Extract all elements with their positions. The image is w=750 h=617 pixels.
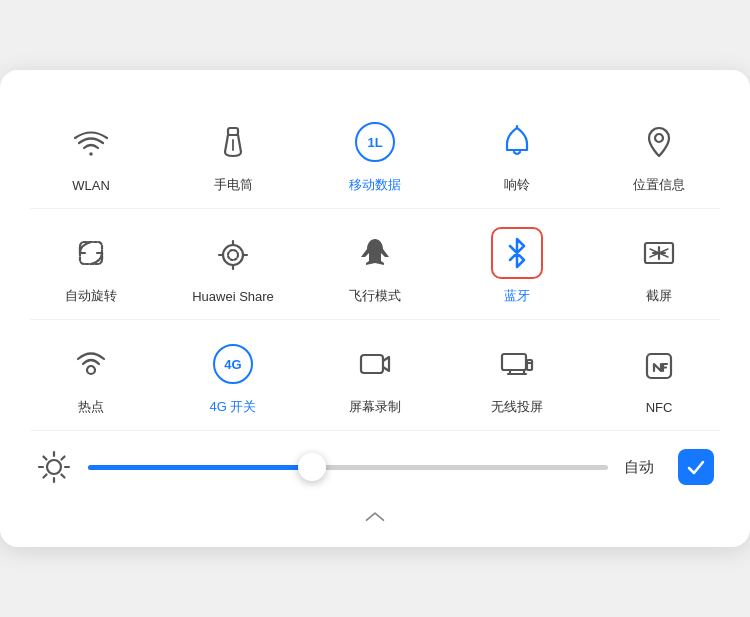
svg-rect-22 bbox=[527, 360, 532, 370]
airplane-label: 飞行模式 bbox=[349, 287, 401, 305]
wlan-label: WLAN bbox=[72, 178, 110, 193]
location-label: 位置信息 bbox=[633, 176, 685, 194]
svg-rect-24 bbox=[647, 354, 671, 378]
tile-flashlight[interactable]: 手电筒 bbox=[162, 98, 304, 208]
wireless-cast-icon bbox=[491, 338, 543, 390]
4g-label: 4G 开关 bbox=[210, 398, 257, 416]
bluetooth-icon bbox=[491, 227, 543, 279]
svg-rect-19 bbox=[502, 354, 526, 370]
tile-airplane[interactable]: 飞行模式 bbox=[304, 209, 446, 319]
tile-huawei-share[interactable]: Huawei Share bbox=[162, 209, 304, 319]
svg-point-6 bbox=[223, 245, 243, 265]
4g-circle: 4G bbox=[213, 344, 253, 384]
screenshot-label: 截屏 bbox=[646, 287, 672, 305]
svg-point-7 bbox=[228, 250, 238, 260]
auto-rotate-icon bbox=[65, 227, 117, 279]
svg-point-17 bbox=[87, 366, 95, 374]
huawei-share-icon bbox=[207, 229, 259, 281]
tile-wireless-cast[interactable]: 无线投屏 bbox=[446, 320, 588, 430]
nfc-icon bbox=[633, 340, 685, 392]
tile-nfc[interactable]: NFC bbox=[588, 320, 730, 430]
screen-record-icon bbox=[349, 338, 401, 390]
row-1: WLAN 手电筒 1L 移动数据 bbox=[20, 98, 730, 208]
flashlight-icon bbox=[207, 116, 259, 168]
quick-settings-panel: WLAN 手电筒 1L 移动数据 bbox=[0, 70, 750, 547]
collapse-chevron[interactable] bbox=[20, 499, 730, 529]
svg-line-33 bbox=[44, 457, 47, 460]
svg-rect-18 bbox=[361, 355, 383, 373]
tile-location[interactable]: 位置信息 bbox=[588, 98, 730, 208]
tile-mobile-data[interactable]: 1L 移动数据 bbox=[304, 98, 446, 208]
tile-4g[interactable]: 4G 4G 开关 bbox=[162, 320, 304, 430]
auto-label: 自动 bbox=[624, 458, 654, 477]
screenshot-icon bbox=[633, 227, 685, 279]
svg-point-28 bbox=[47, 460, 61, 474]
flashlight-label: 手电筒 bbox=[214, 176, 253, 194]
hotspot-label: 热点 bbox=[78, 398, 104, 416]
mobile-data-label: 移动数据 bbox=[349, 176, 401, 194]
row-3: 热点 4G 4G 开关 屏幕录制 bbox=[20, 320, 730, 430]
nfc-label: NFC bbox=[646, 400, 673, 415]
mobile-data-circle: 1L bbox=[355, 122, 395, 162]
4g-icon: 4G bbox=[207, 338, 259, 390]
tile-screen-record[interactable]: 屏幕录制 bbox=[304, 320, 446, 430]
brightness-slider[interactable] bbox=[88, 449, 608, 485]
brightness-row: 自动 bbox=[20, 431, 730, 499]
bluetooth-label: 蓝牙 bbox=[504, 287, 530, 305]
ringtone-label: 响铃 bbox=[504, 176, 530, 194]
svg-line-34 bbox=[62, 475, 65, 478]
hotspot-icon bbox=[65, 338, 117, 390]
svg-line-35 bbox=[44, 475, 47, 478]
tile-ringtone[interactable]: 响铃 bbox=[446, 98, 588, 208]
tile-bluetooth[interactable]: 蓝牙 bbox=[446, 209, 588, 319]
auto-rotate-label: 自动旋转 bbox=[65, 287, 117, 305]
svg-line-36 bbox=[62, 457, 65, 460]
airplane-icon bbox=[349, 227, 401, 279]
auto-checkbox[interactable] bbox=[678, 449, 714, 485]
mobile-data-icon: 1L bbox=[349, 116, 401, 168]
tile-auto-rotate[interactable]: 自动旋转 bbox=[20, 209, 162, 319]
location-icon bbox=[633, 116, 685, 168]
svg-point-4 bbox=[655, 134, 663, 142]
wlan-icon bbox=[65, 118, 117, 170]
huawei-share-label: Huawei Share bbox=[192, 289, 274, 304]
wireless-cast-label: 无线投屏 bbox=[491, 398, 543, 416]
tile-wlan[interactable]: WLAN bbox=[20, 98, 162, 208]
tile-hotspot[interactable]: 热点 bbox=[20, 320, 162, 430]
screen-record-label: 屏幕录制 bbox=[349, 398, 401, 416]
row-2: 自动旋转 Huawei Share 飞行模式 bbox=[20, 209, 730, 319]
tile-screenshot[interactable]: 截屏 bbox=[588, 209, 730, 319]
ringtone-icon bbox=[491, 116, 543, 168]
brightness-icon bbox=[36, 449, 72, 485]
svg-rect-0 bbox=[228, 128, 238, 135]
